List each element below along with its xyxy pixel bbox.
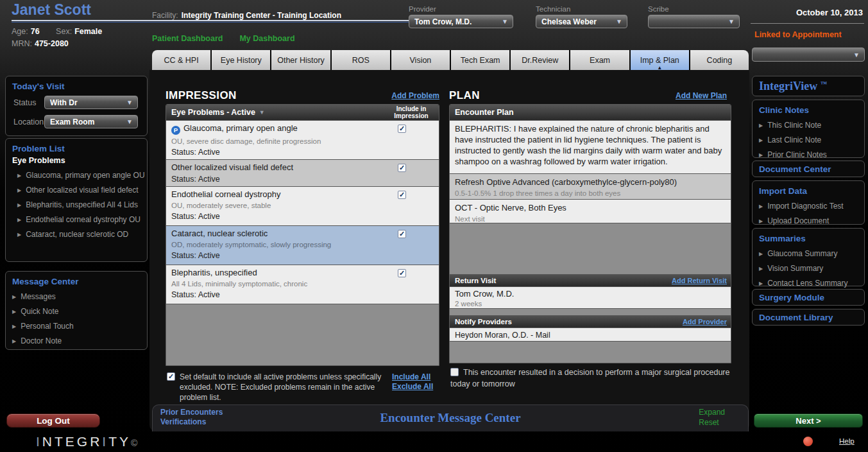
next-button[interactable]: Next > — [754, 413, 863, 428]
bullet-icon: ▶ — [17, 217, 21, 223]
my-dashboard-link[interactable]: My Dashboard — [239, 34, 294, 43]
copyright-mark: © — [131, 438, 137, 448]
appointment-dropdown[interactable]: ▼ — [752, 48, 865, 62]
check-icon: ✓ — [168, 372, 174, 381]
doctor-note-item[interactable]: ▶ Doctor Note — [12, 336, 140, 345]
plan-item[interactable]: Refresh Optive Advanced (carboxymethylce… — [450, 173, 731, 199]
problem-list-item[interactable]: ▶ Endothelial corneal dystrophy OU — [17, 215, 140, 224]
impression-row[interactable]: Blepharitis, unspecified All 4 Lids, min… — [166, 265, 439, 304]
reset-link[interactable]: Reset — [699, 418, 725, 427]
impression-row-status: Status: Active — [171, 148, 394, 157]
tab-exam[interactable]: Exam — [570, 50, 629, 70]
provider-value: Tom Crow, M.D. — [414, 17, 472, 26]
this-clinic-note-item[interactable]: ▶ This Clinic Note — [759, 121, 858, 130]
impression-row-status: Status: Active — [171, 290, 394, 299]
plan-item-text: OCT - Optic Nerve, Both Eyes — [455, 203, 726, 214]
expand-link[interactable]: Expand — [699, 408, 725, 417]
impression-row[interactable]: Endothelial corneal dystrophy OU, modera… — [166, 186, 439, 225]
help-link[interactable]: Help — [839, 437, 855, 445]
message-center-title: Message Center — [12, 277, 140, 286]
exclude-all-link[interactable]: Exclude All — [392, 382, 433, 391]
document-library-title[interactable]: Document Library — [759, 313, 858, 322]
impression-table: Eye Problems - Active ▼ Include in Impre… — [166, 104, 439, 366]
tab-ros[interactable]: ROS — [332, 50, 390, 70]
plan-item[interactable]: OCT - Optic Nerve, Both Eyes Next visit — [450, 199, 731, 223]
default-include-checkbox[interactable]: ✓ — [167, 372, 175, 381]
vision-summary-item[interactable]: ▶ Vision Summary — [759, 264, 858, 273]
problem-list-item[interactable]: ▶ Other localized visual field defect — [17, 186, 140, 195]
include-all-link[interactable]: Include All — [392, 372, 433, 381]
return-visit-row[interactable]: Tom Crow, M.D. 2 weeks — [450, 286, 731, 308]
tab-imp-plan[interactable]: Imp & Plan ▲ — [631, 50, 689, 70]
impression-row[interactable]: Other localized visual field defect Stat… — [166, 159, 439, 186]
notify-provider-row[interactable]: Heydon Moran, O.D. - Mail — [450, 327, 731, 341]
notify-provider-name: Heydon Moran, O.D. - Mail — [455, 330, 726, 340]
age-value: 76 — [31, 27, 40, 36]
include-checkbox[interactable]: ✓ — [398, 191, 406, 199]
logout-button[interactable]: Log Out — [6, 413, 100, 428]
prior-clinic-notes-item[interactable]: ▶ Prior Clinic Notes — [759, 150, 858, 159]
document-library-panel[interactable]: Document Library — [752, 309, 865, 326]
document-center-title[interactable]: Document Center — [759, 164, 858, 174]
notify-providers-label: Notify Providers — [455, 318, 512, 326]
return-visit-timeframe: 2 weeks — [455, 300, 726, 308]
tab-tech-exam[interactable]: Tech Exam — [451, 50, 509, 70]
surgery-decision-note: This encounter resulted in a decision to… — [450, 367, 731, 390]
personal-touch-item[interactable]: ▶ Personal Touch — [12, 322, 140, 331]
technician-dropdown[interactable]: Chelsea Weber ▼ — [536, 15, 627, 28]
plan-item[interactable]: BLEPHARITIS: I have explained the nature… — [450, 120, 731, 173]
messages-item[interactable]: ▶ Messages — [12, 292, 140, 301]
bullet-icon: ▶ — [759, 123, 763, 128]
upload-document-item[interactable]: ▶ Upload Document — [759, 216, 858, 225]
add-return-visit-link[interactable]: Add Return Visit — [672, 277, 727, 284]
include-checkbox[interactable]: ✓ — [398, 164, 406, 172]
status-value: With Dr — [50, 98, 78, 107]
glaucoma-summary-item[interactable]: ▶ Glaucoma Summary — [759, 249, 858, 258]
tab-other-history[interactable]: Other History — [271, 50, 330, 70]
tab-vision[interactable]: Vision — [391, 50, 450, 70]
document-center-panel[interactable]: Document Center — [752, 161, 865, 177]
add-new-plan-link[interactable]: Add New Plan — [676, 91, 727, 100]
add-problem-link[interactable]: Add Problem — [391, 91, 439, 100]
surgery-module-title[interactable]: Surgery Module — [759, 293, 858, 302]
default-include-text: Set default to include all active proble… — [180, 372, 393, 403]
contact-lens-summary-item[interactable]: ▶ Contact Lens Summary — [759, 279, 858, 288]
plan-item-text: BLEPHARITIS: I have explained the nature… — [455, 124, 726, 168]
impression-row-selected[interactable]: Cataract, nuclear sclerotic OD, moderate… — [166, 225, 439, 265]
include-checkbox[interactable]: ✓ — [398, 230, 406, 238]
tab-dr-review[interactable]: Dr.Review — [511, 50, 569, 70]
add-provider-link[interactable]: Add Provider — [683, 318, 727, 326]
last-clinic-note-item[interactable]: ▶ Last Clinic Note — [759, 135, 858, 144]
problem-list-title: Problem List — [12, 144, 140, 153]
import-diagnostic-test-item[interactable]: ▶ Import Diagnostic Test — [759, 202, 858, 211]
include-checkbox[interactable]: ✓ — [398, 125, 406, 133]
provider-dropdown[interactable]: Tom Crow, M.D. ▼ — [409, 15, 513, 28]
todays-visit-panel: Today's Visit Status With Dr ▼ Location … — [5, 76, 148, 136]
patient-age-sex: Age:76 Sex:Female — [12, 27, 102, 36]
tab-cc-hpi[interactable]: CC & HPI — [152, 50, 210, 70]
patient-dashboard-link[interactable]: Patient Dashboard — [152, 34, 223, 43]
problem-list-item[interactable]: ▶ Glaucoma, primary open angle OU — [17, 171, 140, 180]
status-dropdown[interactable]: With Dr ▼ — [44, 96, 138, 109]
impression-row[interactable]: PGlaucoma, primary open angle OU, severe… — [166, 120, 439, 159]
impression-row-detail: OU, moderately severe, stable — [171, 202, 394, 209]
problem-list-item[interactable]: ▶ Cataract, nuclear sclerotic OD — [17, 230, 140, 239]
tab-coding[interactable]: Coding — [690, 50, 749, 70]
patient-name-divider — [12, 20, 443, 22]
impression-table-header: Eye Problems - Active ▼ Include in Impre… — [166, 105, 439, 120]
surgery-decision-checkbox[interactable] — [450, 368, 459, 376]
surgery-module-panel[interactable]: Surgery Module — [752, 289, 865, 306]
dropdown-arrow-icon: ▼ — [616, 18, 622, 25]
plan-gap — [450, 308, 731, 315]
include-checkbox[interactable]: ✓ — [398, 269, 406, 277]
tab-eye-history[interactable]: Eye History — [212, 50, 270, 70]
problem-list-item[interactable]: ▶ Blepharitis, unspecified All 4 Lids — [17, 200, 140, 209]
quick-note-item[interactable]: ▶ Quick Note — [12, 307, 140, 316]
location-dropdown[interactable]: Exam Room ▼ — [44, 115, 138, 128]
problem-group-label: Eye Problems — [12, 156, 140, 165]
impression-list-header[interactable]: Eye Problems - Active ▼ — [171, 108, 265, 117]
integriview-panel[interactable]: IntegriView ™ — [752, 76, 865, 96]
notify-empty-area — [450, 341, 731, 363]
plan-item-subtext: 0.5-1-0.5% 1 drop three times a day into… — [455, 189, 726, 197]
scribe-dropdown[interactable]: ▼ — [648, 15, 740, 28]
